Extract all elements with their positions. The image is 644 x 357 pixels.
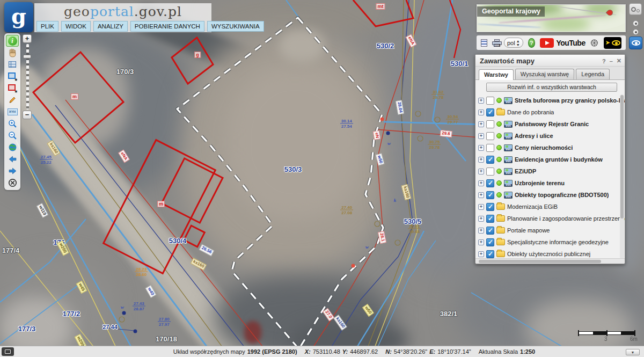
utility-label-ks160: ks160 — [401, 184, 412, 200]
language-select[interactable]: pol ▲▼ — [504, 38, 523, 48]
expand-plus-icon[interactable]: + — [478, 216, 484, 222]
overview-toggle-dot-2[interactable] — [633, 29, 639, 35]
scale-mid-label: 3 — [604, 336, 608, 342]
xyh-coordinates-tool[interactable]: XYH — [6, 106, 19, 118]
layer-row-11[interactable]: +Portale mapowe — [478, 224, 625, 236]
youtube-button[interactable]: YouTube — [540, 38, 585, 48]
layer-row-3[interactable]: +Adresy i ulice — [478, 130, 625, 142]
expand-plus-icon[interactable]: + — [478, 228, 484, 234]
layer-row-4[interactable]: +Ceny nieruchomości — [478, 142, 625, 154]
wms-layer-icon — [504, 156, 513, 163]
layer-row-5[interactable]: +Ewidencja gruntów i budynków — [478, 154, 625, 165]
tab-wyszukaj-warstwę[interactable]: Wyszukaj warstwę — [515, 69, 574, 79]
tab-legenda[interactable]: Legenda — [576, 69, 610, 79]
zoom-slider-thumb[interactable] — [23, 55, 31, 59]
expand-plus-icon[interactable]: + — [478, 157, 484, 163]
xyh-coordinates-tool-icon: XYH — [8, 108, 18, 115]
expand-plus-icon[interactable]: + — [478, 145, 484, 151]
layer-checkbox[interactable] — [486, 132, 494, 140]
zoom-plus-button[interactable]: + — [23, 34, 32, 43]
geoportal-logo[interactable]: g — [4, 2, 33, 32]
parcel-label-530-2: 530/2 — [377, 42, 394, 50]
layer-checkbox[interactable] — [486, 144, 494, 152]
layer-checkbox[interactable] — [486, 167, 494, 176]
zoom-slider[interactable]: + − — [23, 34, 32, 119]
panel-close-button[interactable]: ✕ — [617, 57, 621, 64]
contrast-mode-button[interactable]: ➤ — [604, 37, 621, 49]
info-tool[interactable]: i — [6, 35, 19, 47]
layer-row-7[interactable]: +Uzbrojenie terenu — [478, 177, 625, 189]
layer-row-9[interactable]: +Modernizacja EGiB — [478, 201, 625, 213]
survey-point-dot — [122, 311, 126, 315]
elevation-pair: 30.1427.54 — [340, 119, 353, 129]
layer-checkbox[interactable] — [486, 179, 494, 187]
zoom-out-tool[interactable] — [6, 129, 19, 141]
layer-row-13[interactable]: +Obiekty użyteczności publicznej — [478, 248, 625, 258]
select-area-tool[interactable]: ★ — [6, 70, 19, 82]
expand-plus-icon[interactable]: + — [478, 121, 484, 127]
expand-plus-icon[interactable]: + — [478, 110, 484, 115]
draw-pencil-tool-icon — [8, 96, 17, 104]
wheel-icon[interactable] — [590, 38, 598, 48]
layer-row-1[interactable]: +Dane do pobrania — [478, 106, 625, 118]
status-dropdown-button[interactable]: ▼ — [626, 349, 640, 355]
layer-checkbox[interactable] — [486, 120, 494, 128]
printer-icon[interactable]: WMS — [492, 39, 499, 47]
layer-row-2[interactable]: +Państwowy Rejestr Granic — [478, 118, 625, 130]
clear-selection-tool[interactable]: ★ — [6, 82, 19, 94]
vertical-scrollbar-thumb[interactable] — [620, 95, 624, 218]
horizontal-scrollbar-thumb[interactable] — [479, 260, 601, 263]
horizontal-scrollbar[interactable] — [475, 258, 625, 264]
nav-forward-tool[interactable] — [6, 165, 19, 177]
layer-row-12[interactable]: +Specjalistyczne informacje geodezyjne — [478, 236, 625, 248]
draw-pencil-tool[interactable] — [6, 94, 19, 106]
expand-plus-icon[interactable]: + — [478, 204, 484, 210]
legend-icon[interactable] — [481, 39, 487, 47]
layer-checkbox[interactable] — [486, 156, 494, 164]
layer-checkbox[interactable] — [486, 97, 494, 105]
expand-plus-icon[interactable]: + — [478, 192, 484, 198]
expand-plus-icon[interactable]: + — [478, 239, 484, 245]
expand-plus-icon[interactable]: + — [478, 133, 484, 139]
layer-checkbox[interactable] — [486, 250, 494, 258]
attribute-table-tool[interactable] — [6, 59, 19, 70]
layer-checkbox[interactable] — [486, 227, 494, 235]
zoom-slider-track[interactable] — [26, 44, 29, 110]
menu-button-analizy[interactable]: ANALIZY — [93, 21, 128, 32]
fullscreen-monitor-button[interactable] — [2, 347, 14, 356]
panel-minimize-button[interactable]: – — [610, 58, 613, 64]
overview-settings-button[interactable] — [629, 3, 642, 15]
menu-button-pobieranie-danych[interactable]: POBIERANIE DANYCH — [130, 21, 204, 32]
zoom-minus-button[interactable]: − — [23, 111, 32, 119]
vertical-scrollbar[interactable] — [620, 94, 624, 258]
layer-row-0[interactable]: +Strefa buforowa przy granicy polsko-bia… — [478, 94, 625, 106]
overview-map[interactable]: Geoportal krajowy — [477, 4, 626, 32]
pan-hand-tool[interactable] — [6, 47, 19, 59]
full-extent-globe-tool[interactable] — [6, 141, 19, 153]
menu-button-wyszukiwania[interactable]: WYSZUKIWANIA — [207, 21, 264, 32]
layer-checkbox[interactable] — [486, 203, 494, 211]
visibility-eye-button[interactable] — [629, 37, 642, 49]
menu-button-plik[interactable]: PLIK — [36, 21, 58, 32]
zoom-in-tool[interactable] — [6, 118, 19, 129]
nav-back-tool[interactable] — [6, 153, 19, 165]
expand-plus-icon[interactable]: + — [478, 169, 484, 174]
cancel-tool[interactable] — [6, 177, 19, 188]
layer-checkbox[interactable] — [486, 108, 494, 116]
menu-button-widok[interactable]: WIDOK — [61, 21, 91, 32]
layer-checkbox[interactable] — [486, 215, 494, 223]
layer-checkbox[interactable] — [486, 191, 494, 199]
layer-row-10[interactable]: +Planowanie i zagospodarowanie przestrze… — [478, 213, 625, 224]
expand-all-layers-button[interactable]: Rozwiń inf. o wszystkich warstwach — [486, 83, 617, 92]
tab-warstwy[interactable]: Warstwy — [479, 69, 514, 80]
expand-plus-icon[interactable]: + — [478, 180, 484, 186]
layer-checkbox[interactable] — [486, 238, 494, 246]
help-button[interactable]: ? — [528, 38, 536, 48]
expand-plus-icon[interactable]: + — [478, 251, 484, 257]
panel-help-button[interactable]: ? — [602, 58, 606, 64]
overview-toggle-dot-1[interactable] — [633, 20, 639, 26]
expand-plus-icon[interactable]: + — [478, 98, 484, 104]
layer-row-8[interactable]: +Obiekty topograficzne (BDOT500) — [478, 189, 625, 201]
panel-tabs: WarstwyWyszukaj warstwęLegenda — [475, 67, 625, 80]
layer-row-6[interactable]: +EZiUDP — [478, 165, 625, 177]
